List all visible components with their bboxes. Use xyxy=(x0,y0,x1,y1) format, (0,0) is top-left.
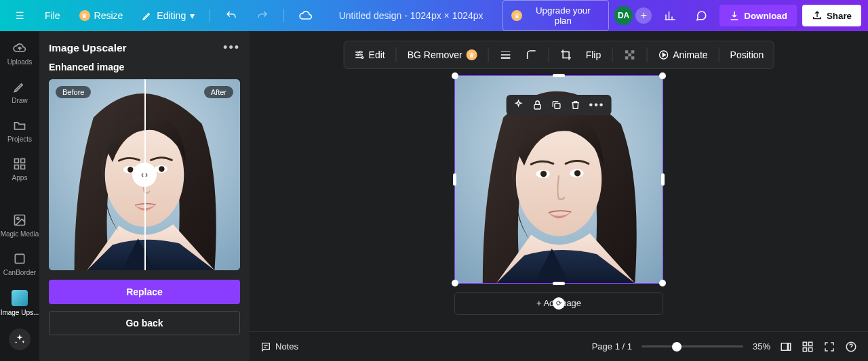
sparkle-icon xyxy=(14,333,26,345)
chevron-right-icon: › xyxy=(145,170,148,179)
download-button[interactable]: Download xyxy=(719,5,797,26)
resize-handle-b[interactable] xyxy=(553,282,565,285)
editing-dropdown[interactable]: Editing ▾ xyxy=(135,6,201,25)
cloud-upload-icon xyxy=(12,41,27,56)
lock-element-button[interactable] xyxy=(532,99,543,111)
svg-rect-16 xyxy=(625,50,628,54)
duplicate-element-button[interactable] xyxy=(551,99,562,111)
transparency-button[interactable] xyxy=(620,46,638,64)
add-member-button[interactable]: + xyxy=(635,7,652,24)
rail-label: Projects xyxy=(7,135,32,143)
notes-button[interactable]: Notes xyxy=(260,341,298,352)
line-weight-button[interactable] xyxy=(497,46,515,64)
chevron-left-icon: ‹ xyxy=(141,170,144,179)
svg-rect-8 xyxy=(15,165,19,169)
edit-image-button[interactable]: Edit xyxy=(351,47,388,63)
svg-rect-17 xyxy=(631,50,634,54)
comment-button[interactable] xyxy=(688,5,714,26)
sliders-icon xyxy=(354,49,365,60)
corner-rounding-button[interactable] xyxy=(523,46,540,64)
upscaler-thumb-icon xyxy=(12,290,28,306)
resize-handle-bl[interactable] xyxy=(452,280,458,286)
rail-canborder[interactable]: CanBorder xyxy=(0,250,39,278)
edit-label: Edit xyxy=(369,49,385,60)
svg-rect-20 xyxy=(631,56,634,60)
magic-sparkle-button[interactable] xyxy=(9,328,31,350)
insights-button[interactable] xyxy=(657,5,683,26)
more-element-button[interactable]: ••• xyxy=(589,99,605,111)
svg-point-11 xyxy=(17,217,19,219)
divider xyxy=(210,9,210,22)
redo-icon xyxy=(256,9,269,22)
rail-magic-media[interactable]: Magic Media xyxy=(0,211,39,239)
rail-uploads[interactable]: Uploads xyxy=(0,39,39,67)
replace-button[interactable]: Replace xyxy=(49,280,240,304)
resize-handle-tl[interactable] xyxy=(452,72,458,79)
panel-more-button[interactable]: ••• xyxy=(223,41,240,55)
upscaler-panel: Image Upscaler ••• Enhanced image Before… xyxy=(39,31,250,361)
resize-handle-tr[interactable] xyxy=(659,72,666,79)
corner-icon xyxy=(526,49,538,61)
lock-icon xyxy=(532,100,543,110)
panel-title: Image Upscaler xyxy=(49,42,127,54)
design-title-input[interactable] xyxy=(330,10,492,21)
compare-slider-handle[interactable]: ‹ › xyxy=(132,163,157,187)
fullscreen-button[interactable] xyxy=(823,341,835,353)
resize-handle-r[interactable] xyxy=(661,173,665,186)
flip-button[interactable]: Flip xyxy=(583,47,604,63)
divider xyxy=(283,9,284,22)
share-label: Share xyxy=(827,11,852,21)
animate-button[interactable]: Animate xyxy=(655,47,710,63)
help-button[interactable] xyxy=(845,341,857,353)
add-page-button[interactable]: + Add page ⟳ xyxy=(454,292,663,315)
bottom-bar: Notes Page 1 / 1 35% xyxy=(250,331,868,361)
file-menu[interactable]: File xyxy=(38,6,67,25)
delete-element-button[interactable] xyxy=(570,99,581,111)
share-button[interactable]: Share xyxy=(802,5,861,26)
grid-icon xyxy=(12,156,27,171)
cloud-icon xyxy=(299,9,313,22)
hamburger-menu[interactable]: ☰ xyxy=(7,5,33,26)
page-view-button[interactable] xyxy=(780,341,792,353)
upgrade-button[interactable]: ♛Upgrade your plan xyxy=(502,0,609,31)
grid-view-button[interactable] xyxy=(802,341,814,353)
canvas-area: Edit BG Remover♛ Flip Animate Position xyxy=(250,31,868,361)
go-back-button[interactable]: Go back xyxy=(49,311,240,335)
rail-apps[interactable]: Apps xyxy=(0,155,39,183)
selected-image[interactable]: ••• xyxy=(454,75,663,284)
redo-button[interactable] xyxy=(250,5,275,26)
context-toolbar: Edit BG Remover♛ Flip Animate Position xyxy=(344,41,774,69)
user-avatar[interactable]: DA xyxy=(614,6,633,25)
notes-label: Notes xyxy=(275,341,298,352)
svg-rect-32 xyxy=(809,347,812,351)
zoom-slider[interactable] xyxy=(642,345,743,347)
animate-icon xyxy=(658,49,669,60)
zoom-thumb[interactable] xyxy=(672,342,682,352)
resize-handle-br[interactable] xyxy=(659,280,666,286)
trash-icon xyxy=(570,100,581,110)
zoom-level[interactable]: 35% xyxy=(753,341,770,352)
position-button[interactable]: Position xyxy=(728,47,767,63)
rail-label: Image Ups... xyxy=(1,309,39,316)
share-icon xyxy=(812,10,823,21)
rail-projects[interactable]: Projects xyxy=(0,116,39,144)
resize-label: Resize xyxy=(94,10,123,21)
rail-draw[interactable]: Draw xyxy=(0,78,39,106)
loading-spinner-icon: ⟳ xyxy=(553,297,565,310)
svg-rect-7 xyxy=(21,159,25,163)
cloud-sync-button[interactable] xyxy=(292,5,319,26)
crop-button[interactable] xyxy=(557,46,575,64)
before-after-compare[interactable]: Before After ‹ › xyxy=(49,79,240,270)
panel-subtitle: Enhanced image xyxy=(49,62,240,72)
resize-handle-l[interactable] xyxy=(453,173,456,186)
resize-handle-t[interactable] xyxy=(553,74,565,77)
undo-button[interactable] xyxy=(218,5,244,26)
resize-button[interactable]: ♛Resize xyxy=(73,6,130,25)
svg-rect-28 xyxy=(789,343,791,350)
lines-icon xyxy=(500,49,512,61)
svg-point-14 xyxy=(357,54,359,56)
folder-icon xyxy=(12,118,27,133)
ai-edit-button[interactable] xyxy=(513,99,524,111)
rail-image-upscaler[interactable]: Image Ups... xyxy=(0,289,39,318)
bg-remover-button[interactable]: BG Remover♛ xyxy=(405,47,480,63)
